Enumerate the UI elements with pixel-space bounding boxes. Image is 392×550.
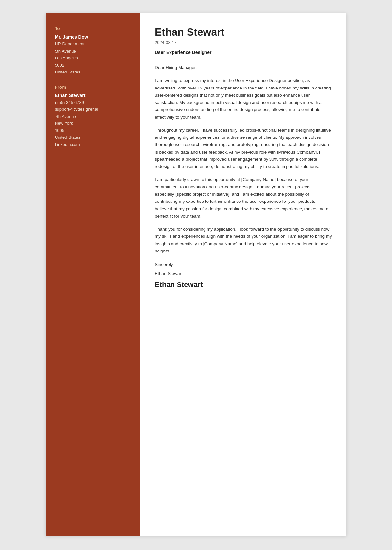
paragraph-4: Thank you for considering my application… xyxy=(155,226,332,255)
document: To Mr. James Dow HR Department 5th Avenu… xyxy=(46,13,346,536)
recipient-name: Mr. James Dow xyxy=(55,34,131,40)
from-section: From Ethan Stewart (555) 345-6789 suppor… xyxy=(55,85,131,148)
job-title: User Experience Designer xyxy=(155,50,332,55)
sender-city: New York xyxy=(55,120,131,127)
sender-street: 7th Avenue xyxy=(55,113,131,120)
letter-body: Dear Hiring Manager, I am writing to exp… xyxy=(155,64,332,255)
closing-name: Ethan Stewart xyxy=(155,270,332,278)
sender-linkedin: Linkedin.com xyxy=(55,141,131,148)
sender-name: Ethan Stewart xyxy=(55,93,131,98)
closing: Sincerely, xyxy=(155,261,332,268)
sidebar: To Mr. James Dow HR Department 5th Avenu… xyxy=(46,13,140,536)
from-label: From xyxy=(55,85,131,89)
recipient-zip: 5002 xyxy=(55,62,131,69)
sender-zip: 1005 xyxy=(55,127,131,134)
to-section: To Mr. James Dow HR Department 5th Avenu… xyxy=(55,26,131,75)
paragraph-3: I am particularly drawn to this opportun… xyxy=(155,176,332,220)
greeting: Dear Hiring Manager, xyxy=(155,64,332,71)
recipient-department: HR Department xyxy=(55,41,131,47)
signature-area: Sincerely, Ethan Stewart Ethan Stewart xyxy=(155,261,332,289)
paragraph-2: Throughout my career, I have successfull… xyxy=(155,127,332,170)
sender-country: United States xyxy=(55,134,131,141)
sender-phone: (555) 345-6789 xyxy=(55,99,131,106)
sender-email: support@cvdesigner.ai xyxy=(55,106,131,113)
recipient-street: 5th Avenue xyxy=(55,48,131,55)
recipient-city: Los Angeles xyxy=(55,55,131,61)
recipient-country: United States xyxy=(55,69,131,75)
to-label: To xyxy=(55,26,131,31)
main-content: Ethan Stewart 2024-08-17 User Experience… xyxy=(140,13,346,536)
applicant-name: Ethan Stewart xyxy=(155,26,332,38)
signature: Ethan Stewart xyxy=(155,281,332,289)
paragraph-1: I am writing to express my interest in t… xyxy=(155,77,332,121)
date: 2024-08-17 xyxy=(155,40,332,45)
